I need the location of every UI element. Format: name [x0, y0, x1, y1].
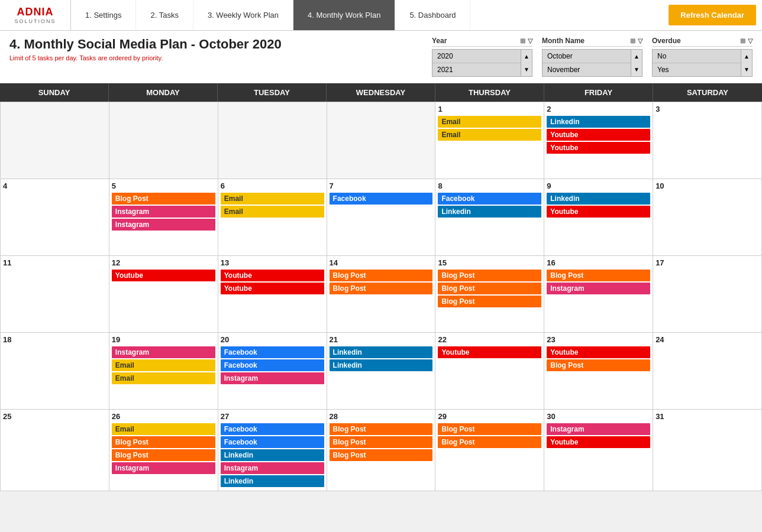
calendar-event[interactable]: Linkedin — [221, 475, 324, 487]
calendar-event[interactable]: Instagram — [547, 283, 650, 294]
year-filter-list: 20202021 ▲ ▼ — [432, 49, 532, 77]
calendar-event[interactable]: Blog Post — [330, 436, 433, 448]
calendar-date: 17 — [656, 258, 759, 267]
month-scroll-down[interactable]: ▼ — [631, 63, 642, 77]
year-scroll-down[interactable]: ▼ — [521, 63, 532, 77]
calendar-event[interactable]: Blog Post — [547, 270, 650, 281]
overdue-sort-icon[interactable]: ⊞ — [740, 37, 745, 45]
calendar-event[interactable]: Email — [221, 193, 324, 205]
calendar-event[interactable]: Youtube — [221, 283, 324, 294]
overdue-options: NoYes — [653, 50, 741, 76]
calendar-event[interactable]: Facebook — [221, 436, 324, 448]
calendar-event[interactable]: Blog Post — [438, 270, 541, 281]
calendar-event[interactable]: Youtube — [547, 129, 650, 141]
filter-funnel-icon[interactable]: ▽ — [528, 37, 532, 45]
calendar-event[interactable]: Instagram — [112, 346, 215, 358]
calendar-event[interactable]: Youtube — [547, 436, 650, 448]
calendar-event[interactable]: Linkedin — [330, 346, 433, 358]
calendar-event[interactable]: Facebook — [221, 423, 324, 435]
overdue-scroll-up[interactable]: ▲ — [741, 50, 752, 63]
nav-tab[interactable]: 2. Tasks — [136, 0, 193, 30]
calendar-event[interactable]: Linkedin — [221, 449, 324, 461]
calendar-event[interactable]: Blog Post — [438, 296, 541, 307]
month-options: OctoberNovember — [543, 50, 631, 76]
calendar-event[interactable]: Youtube — [547, 142, 650, 154]
calendar-day-header: TUESDAY — [218, 83, 327, 102]
calendar-event[interactable]: Instagram — [112, 462, 215, 474]
calendar-event[interactable]: Blog Post — [112, 449, 215, 461]
month-option[interactable]: October — [543, 50, 631, 63]
calendar-event[interactable]: Instagram — [221, 372, 324, 384]
year-option[interactable]: 2021 — [432, 63, 521, 76]
calendar-event[interactable]: Email — [112, 372, 215, 384]
calendar-event[interactable]: Youtube — [221, 270, 324, 281]
calendar-event[interactable]: Blog Post — [330, 423, 433, 435]
calendar-event[interactable]: Blog Post — [112, 193, 215, 205]
calendar-cell: 13YoutubeYoutube — [218, 256, 327, 333]
overdue-scroll-down[interactable]: ▼ — [741, 63, 752, 77]
calendar-event[interactable]: Instagram — [221, 462, 324, 474]
calendar-event[interactable]: Blog Post — [330, 283, 433, 294]
month-filter-label: Month Name ⊞ ▽ — [542, 37, 642, 47]
month-sort-icon[interactable]: ⊞ — [630, 37, 635, 45]
calendar-event[interactable]: Youtube — [547, 346, 650, 358]
calendar-event[interactable]: Blog Post — [330, 270, 433, 281]
calendar-date: 18 — [3, 335, 106, 344]
calendar-event[interactable]: Facebook — [221, 346, 324, 358]
calendar-event[interactable]: Blog Post — [438, 423, 541, 435]
nav-tab[interactable]: 1. Settings — [71, 0, 136, 30]
calendar-event[interactable]: Email — [221, 206, 324, 218]
month-option[interactable]: November — [543, 63, 631, 76]
calendar-event[interactable]: Blog Post — [438, 283, 541, 294]
refresh-calendar-button[interactable]: Refresh Calendar — [669, 5, 756, 25]
calendar-event[interactable]: Instagram — [547, 423, 650, 435]
calendar-date: 16 — [547, 258, 650, 267]
calendar-event[interactable]: Instagram — [112, 206, 215, 218]
calendar-event[interactable]: Facebook — [438, 193, 541, 205]
calendar-event[interactable]: Linkedin — [438, 206, 541, 218]
calendar-event[interactable]: Facebook — [330, 193, 433, 205]
calendar-event[interactable]: Blog Post — [438, 436, 541, 448]
overdue-funnel-icon[interactable]: ▽ — [748, 37, 753, 45]
calendar-event[interactable]: Linkedin — [547, 193, 650, 205]
month-funnel-icon[interactable]: ▽ — [638, 37, 642, 45]
filter-sort-icon[interactable]: ⊞ — [520, 37, 525, 45]
calendar-event[interactable]: Linkedin — [547, 116, 650, 128]
calendar-event[interactable]: Email — [112, 423, 215, 435]
nav-tab[interactable]: 5. Dashboard — [395, 0, 470, 30]
calendar-event[interactable]: Facebook — [221, 359, 324, 371]
calendar-event[interactable]: Instagram — [112, 219, 215, 231]
calendar-date: 21 — [330, 335, 433, 344]
calendar-event[interactable]: Youtube — [112, 270, 215, 281]
nav-tabs: 1. Settings2. Tasks3. Weekly Work Plan4.… — [71, 0, 669, 30]
overdue-option[interactable]: No — [653, 50, 741, 63]
page-title: 4. Monthly Social Media Plan - October 2… — [9, 37, 422, 52]
calendar-date: 5 — [112, 181, 215, 190]
overdue-filter-group: Overdue ⊞ ▽ NoYes ▲ ▼ — [652, 37, 753, 77]
year-option[interactable]: 2020 — [432, 50, 521, 63]
overdue-option[interactable]: Yes — [653, 63, 741, 76]
calendar-event[interactable]: Youtube — [438, 346, 541, 358]
calendar-event[interactable]: Email — [438, 129, 541, 141]
month-scroll-up[interactable]: ▲ — [631, 50, 642, 63]
calendar-cell: 11 — [1, 256, 109, 333]
year-scroll-up[interactable]: ▲ — [521, 50, 532, 63]
calendar-event[interactable]: Email — [438, 116, 541, 128]
calendar-cell: 6EmailEmail — [218, 179, 327, 256]
calendar-event[interactable]: Linkedin — [330, 359, 433, 371]
calendar-event[interactable]: Blog Post — [330, 449, 433, 461]
calendar-event[interactable]: Email — [112, 359, 215, 371]
nav-tab[interactable]: 4. Monthly Work Plan — [293, 0, 395, 30]
calendar-day-header: SATURDAY — [653, 83, 762, 102]
calendar-event[interactable]: Blog Post — [112, 436, 215, 448]
calendar-cell: 27FacebookFacebookLinkedinInstagramLinke… — [218, 410, 327, 491]
year-options: 20202021 — [432, 50, 521, 76]
calendar-cell: 9LinkedinYoutube — [544, 179, 653, 256]
nav-tab[interactable]: 3. Weekly Work Plan — [193, 0, 293, 30]
calendar-date: 23 — [547, 335, 650, 344]
calendar-event[interactable]: Blog Post — [547, 359, 650, 371]
calendar-event[interactable]: Youtube — [547, 206, 650, 218]
calendar-cell: 28Blog PostBlog PostBlog Post — [327, 410, 436, 491]
calendar-cell: 21LinkedinLinkedin — [327, 333, 436, 410]
calendar-grid: 1EmailEmail2LinkedinYoutubeYoutube345Blo… — [0, 102, 762, 491]
